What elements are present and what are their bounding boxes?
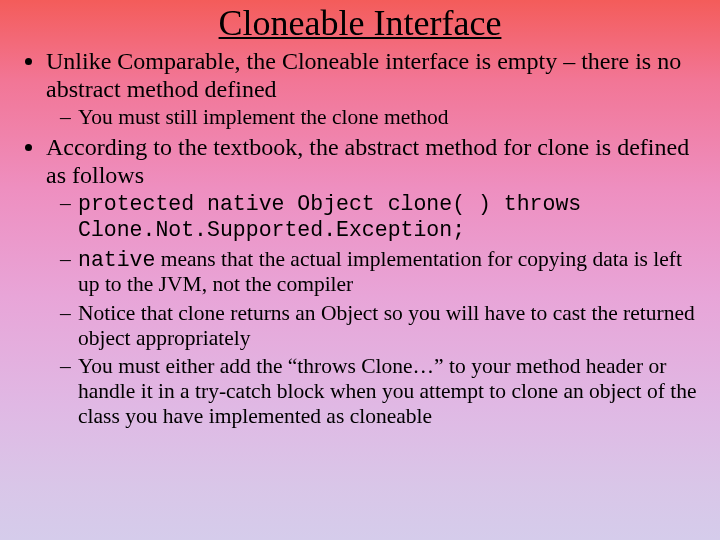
bullet-text: According to the textbook, the abstract … xyxy=(46,134,689,188)
slide: Cloneable Interface Unlike Comparable, t… xyxy=(0,0,720,441)
bullet-item: Unlike Comparable, the Cloneable interfa… xyxy=(46,48,702,130)
bullet-item: According to the textbook, the abstract … xyxy=(46,134,702,429)
code-text: protected native Object clone( ) throws … xyxy=(78,192,581,242)
slide-title: Cloneable Interface xyxy=(18,2,702,44)
bullet-text: Unlike Comparable, the Cloneable interfa… xyxy=(46,48,681,102)
sub-list: You must still implement the clone metho… xyxy=(46,105,702,130)
sub-text: means that the actual implementation for… xyxy=(78,247,682,297)
sub-item: protected native Object clone( ) throws … xyxy=(64,191,702,242)
sub-text: You must still implement the clone metho… xyxy=(78,105,448,129)
sub-text: Notice that clone returns an Object so y… xyxy=(78,301,695,350)
sub-item: You must either add the “throws Clone…” … xyxy=(64,354,702,428)
sub-list: protected native Object clone( ) throws … xyxy=(46,191,702,428)
sub-text: You must either add the “throws Clone…” … xyxy=(78,354,697,427)
bullet-list: Unlike Comparable, the Cloneable interfa… xyxy=(18,48,702,429)
code-inline: native xyxy=(78,248,155,272)
sub-item: native means that the actual implementat… xyxy=(64,247,702,297)
sub-item: You must still implement the clone metho… xyxy=(64,105,702,130)
sub-item: Notice that clone returns an Object so y… xyxy=(64,301,702,350)
